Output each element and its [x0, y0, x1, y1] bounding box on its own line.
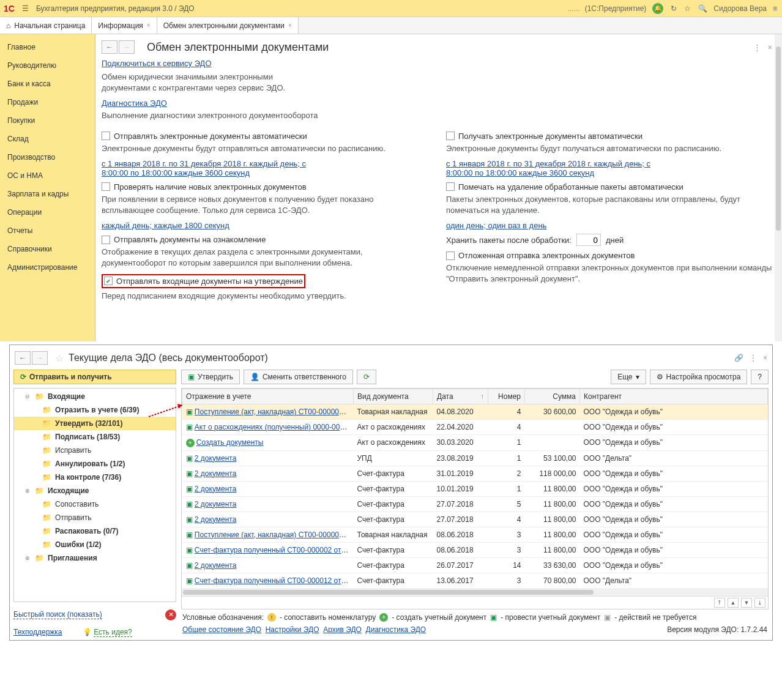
btn-refresh[interactable]: ⟳ [357, 370, 376, 384]
toggle-icon[interactable]: ⊕ [25, 488, 31, 494]
th-number[interactable]: Номер [488, 389, 525, 404]
tree-node[interactable]: ⊕📁Приглашения [14, 551, 176, 565]
doc-link[interactable]: Акт о расхождениях (полученный) 0000-000… [195, 423, 350, 431]
tree-node[interactable]: 📁Сопоставить [14, 497, 176, 511]
link-edo-status[interactable]: Общее состояние ЭДО [182, 625, 261, 634]
star-icon[interactable]: ☆ [683, 3, 692, 14]
error-indicator-icon[interactable]: ✕ [165, 609, 176, 620]
tree-node[interactable]: 📁Утвердить (32/101) [14, 417, 176, 430]
menu-lines-icon[interactable]: ≡ [772, 3, 778, 14]
link-schedule-send[interactable]: с 1 января 2018 г. по 31 декабря 2018 г.… [102, 159, 334, 177]
goto-first-icon[interactable]: ⤒ [714, 598, 725, 608]
tab-close-icon[interactable]: × [288, 22, 292, 29]
chk-recv-auto[interactable] [446, 132, 455, 140]
tab-0[interactable]: ⌂Начальная страница [0, 17, 92, 34]
link-idea[interactable]: Есть идея? [94, 628, 132, 637]
sidebar-item[interactable]: Отчеты [0, 222, 95, 240]
toggle-icon[interactable]: ⊖ [25, 393, 31, 400]
table-row[interactable]: ▣ 2 документаСчет-фактура31.01.20192118 … [182, 466, 768, 481]
tree-node[interactable]: 📁Исправить [14, 444, 176, 457]
chk-mark-delete[interactable] [446, 182, 455, 191]
tree-node[interactable]: 📁Ошибки (1/2) [14, 538, 176, 551]
sidebar-item[interactable]: Операции [0, 203, 95, 222]
link-edo-diag[interactable]: Диагностика ЭДО [366, 625, 426, 634]
history-icon[interactable]: ↻ [669, 3, 678, 14]
sidebar-item[interactable]: ОС и НМА [0, 166, 95, 185]
doc-link[interactable]: Поступление (акт, накладная) СТ00-000003… [195, 531, 351, 539]
table-row[interactable]: ▣ 2 документаУПД23.08.2019153 100,00ООО … [182, 450, 768, 466]
th-date[interactable]: Дата ↑ [433, 389, 488, 404]
nav-back-button[interactable]: ← [102, 40, 117, 54]
doc-link[interactable]: 2 документа [195, 561, 237, 570]
tree-node[interactable]: 📁На контроле (7/36) [14, 471, 176, 484]
table-row[interactable]: ▣ 2 документаСчет-фактура10.01.2019111 8… [182, 481, 768, 496]
link-schedule-recv[interactable]: с 1 января 2018 г. по 31 декабря 2018 г.… [446, 159, 679, 177]
th-reflection[interactable]: Отражение в учете [182, 389, 354, 404]
table-row[interactable]: ▣ 2 документаСчет-фактура27.07.2018511 8… [182, 496, 768, 512]
btn-more[interactable]: Еще ▾ [611, 370, 646, 384]
th-sum[interactable]: Сумма [525, 389, 580, 404]
btn-send-receive[interactable]: ⟳ Отправить и получить [13, 370, 176, 384]
doc-link[interactable]: Поступление (акт, накладная) СТ00-000003… [195, 408, 351, 416]
link-quick-search[interactable]: Быстрый поиск (показать) [13, 610, 102, 619]
btn-approve[interactable]: ▣Утвердить [181, 370, 240, 384]
search-icon[interactable]: 🔍 [697, 3, 709, 14]
table-row[interactable]: ▣ Акт о расхождениях (полученный) 0000-0… [182, 420, 768, 435]
doc-link[interactable]: Счет-фактура полученный СТ00-000012 от 1… [195, 576, 354, 585]
table-row[interactable]: ▣ Поступление (акт, накладная) СТ00-0000… [182, 527, 768, 542]
chk-send-auto[interactable] [102, 132, 110, 140]
doc-link[interactable]: 2 документа [195, 454, 237, 463]
doc-link[interactable]: 2 документа [195, 485, 237, 493]
tree-node[interactable]: 📁Аннулировать (1/2) [14, 457, 176, 471]
link-one-day[interactable]: один день; один раз в день [446, 221, 546, 230]
link-icon[interactable]: 🔗 [734, 354, 743, 362]
link-edo-settings[interactable]: Настройки ЭДО [266, 625, 319, 634]
doc-link[interactable]: 2 документа [195, 469, 237, 478]
nav-forward-button[interactable]: → [119, 40, 135, 54]
tree-node[interactable]: ⊖📁Входящие [14, 390, 176, 403]
th-counteragent[interactable]: Контрагент [580, 389, 768, 404]
tree-node[interactable]: 📁Подписать (18/53) [14, 430, 176, 444]
close-icon[interactable]: × [767, 43, 772, 52]
goto-up-icon[interactable]: ▲ [728, 598, 739, 608]
tree-node[interactable]: 📁Распаковать (0/7) [14, 524, 176, 538]
sidebar-item[interactable]: Зарплата и кадры [0, 185, 95, 203]
btn-change-responsible[interactable]: 👤Сменить ответственного [244, 370, 353, 384]
table-row[interactable]: ▣ Счет-фактура полученный СТ00-000012 от… [182, 573, 768, 588]
input-keep-packets[interactable] [576, 234, 601, 246]
doc-link[interactable]: Создать документы [196, 438, 264, 447]
tab-close-icon[interactable]: × [147, 22, 151, 29]
sidebar-item[interactable]: Склад [0, 130, 95, 148]
goto-last-icon[interactable]: ⤓ [754, 598, 765, 608]
tree-node[interactable]: ⊕📁Исходящие [14, 484, 176, 497]
sidebar-item[interactable]: Администрирование [0, 258, 95, 277]
hamburger-icon[interactable]: ☰ [21, 3, 30, 14]
panel2-close-icon[interactable]: × [763, 354, 767, 362]
goto-down-icon[interactable]: ▼ [741, 598, 752, 608]
sidebar-item[interactable]: Руководителю [0, 56, 95, 75]
btn-help[interactable]: ? [751, 370, 769, 384]
btn-view-setup[interactable]: ⚙Настройка просмотра [650, 370, 748, 384]
chk-deferred[interactable] [446, 251, 455, 260]
table-row[interactable]: ▣ 2 документаСчет-фактура26.07.20171433 … [182, 557, 768, 573]
tab-2[interactable]: Обмен электронными документами× [157, 17, 299, 34]
chk-incoming-approve[interactable] [104, 277, 113, 285]
sidebar-item[interactable]: Покупки [0, 111, 95, 130]
th-doctype[interactable]: Вид документа [354, 389, 433, 404]
link-connect-edo[interactable]: Подключиться к сервису ЭДО [102, 59, 212, 68]
chk-check-new[interactable] [102, 182, 110, 191]
bell-icon[interactable]: 🔔 [651, 2, 665, 15]
table-row[interactable]: ▣ Счет-фактура полученный СТ00-000002 от… [182, 542, 768, 557]
panel2-more-icon[interactable]: ⋮ [750, 354, 757, 362]
table-row[interactable]: ▣ 2 документаСчет-фактура27.07.2018411 8… [182, 512, 768, 527]
scrollbar-vertical[interactable] [775, 34, 782, 341]
chk-send-review[interactable] [102, 236, 110, 244]
table-row[interactable]: + Создать документыАкт о расхождениях30.… [182, 435, 768, 451]
panel2-nav-forward[interactable]: → [32, 351, 48, 365]
sidebar-item[interactable]: Производство [0, 148, 95, 166]
doc-link[interactable]: Счет-фактура полученный СТ00-000002 от 2… [195, 546, 354, 554]
scrollbar-horizontal[interactable] [182, 589, 768, 596]
doc-link[interactable]: 2 документа [195, 500, 237, 508]
tree-node[interactable]: 📁Отправить [14, 511, 176, 524]
more-icon[interactable]: ⋮ [753, 43, 761, 52]
